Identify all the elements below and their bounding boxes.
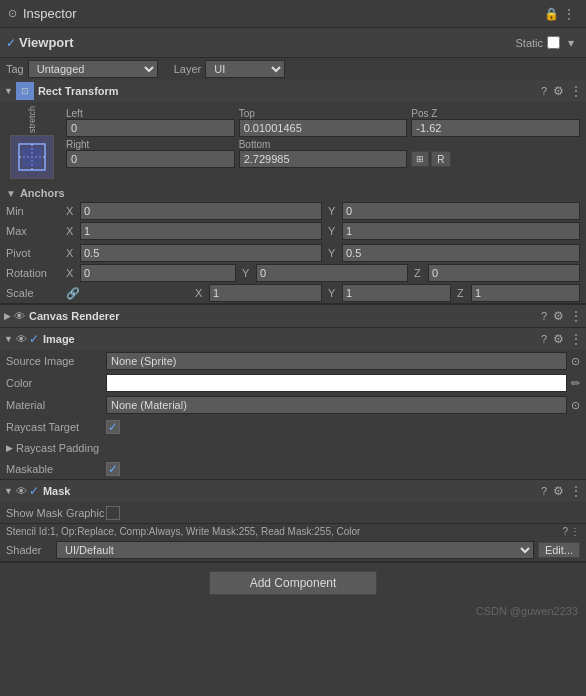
watermark-text: CSDN @guwen2233 xyxy=(476,605,578,617)
color-label: Color xyxy=(6,377,106,389)
menu-button[interactable]: ⋮ xyxy=(560,5,578,23)
color-picker[interactable] xyxy=(106,374,567,392)
pivot-y-label: Y xyxy=(328,247,342,259)
raycast-target-row: Raycast Target ✓ xyxy=(0,416,586,437)
mask-enabled-checkbox[interactable]: ✓ xyxy=(29,484,39,498)
posz-field-group: Pos Z xyxy=(411,108,580,137)
source-image-value[interactable]: None (Sprite) xyxy=(106,352,567,370)
canvas-renderer-overflow[interactable]: ⋮ xyxy=(570,309,582,323)
show-mask-graphic-row: Show Mask Graphic xyxy=(0,502,586,523)
image-chevron[interactable]: ▼ xyxy=(4,334,13,344)
pivot-row: Pivot X Y xyxy=(0,243,586,263)
anchors-header[interactable]: ▼ Anchors xyxy=(0,185,586,201)
mask-overflow[interactable]: ⋮ xyxy=(570,484,582,498)
raycast-padding-chevron[interactable]: ▶ xyxy=(6,443,13,453)
canvas-renderer-chevron[interactable]: ▶ xyxy=(4,311,11,321)
scale-label: Scale xyxy=(6,287,66,299)
maskable-check-icon: ✓ xyxy=(108,462,118,476)
canvas-renderer-help[interactable]: ? xyxy=(541,310,547,322)
material-picker-icon[interactable]: ⊙ xyxy=(571,399,580,412)
tag-label: Tag xyxy=(6,63,24,75)
image-eye-icon[interactable]: 👁 xyxy=(16,333,27,345)
top-input[interactable] xyxy=(239,119,408,137)
pivot-fields: X Y xyxy=(66,244,580,262)
stretch-preset-box[interactable] xyxy=(10,135,54,179)
rect-transform-overflow[interactable]: ⋮ xyxy=(570,84,582,98)
tag-dropdown[interactable]: Untagged xyxy=(28,60,158,78)
rotation-y-input[interactable] xyxy=(256,264,408,282)
rect-left-panel: stretch xyxy=(2,106,62,179)
mask-chevron[interactable]: ▼ xyxy=(4,486,13,496)
viewport-overflow-icon[interactable]: ▾ xyxy=(562,34,580,52)
layer-dropdown[interactable]: UI xyxy=(205,60,285,78)
bottom-input[interactable] xyxy=(239,150,408,168)
image-settings[interactable]: ⚙ xyxy=(553,332,564,346)
min-y-field: Y xyxy=(324,202,580,220)
color-dropper-icon[interactable]: ✏ xyxy=(571,377,580,390)
static-label: Static xyxy=(515,37,543,49)
shader-row: Shader UI/Default Edit... xyxy=(0,539,586,561)
posz-input[interactable] xyxy=(411,119,580,137)
pivot-x-input[interactable] xyxy=(80,244,322,262)
image-help[interactable]: ? xyxy=(541,333,547,345)
max-x-input[interactable] xyxy=(80,222,322,240)
max-label: Max xyxy=(6,225,66,237)
rect-transform-help[interactable]: ? xyxy=(541,85,547,97)
material-value[interactable]: None (Material) xyxy=(106,396,567,414)
scale-x-input[interactable] xyxy=(209,284,322,302)
show-mask-graphic-checkbox[interactable] xyxy=(106,506,120,520)
pivot-x-field: X xyxy=(66,244,322,262)
shader-label: Shader xyxy=(6,544,56,556)
anchors-label: Anchors xyxy=(20,187,65,199)
min-x-input[interactable] xyxy=(80,202,322,220)
rotation-label: Rotation xyxy=(6,267,66,279)
rotation-z-input[interactable] xyxy=(428,264,580,282)
stencil-overflow-icon[interactable]: ⋮ xyxy=(570,526,580,537)
mask-eye-icon[interactable]: 👁 xyxy=(16,485,27,497)
canvas-renderer-eye-icon[interactable]: 👁 xyxy=(14,310,25,322)
max-y-label: Y xyxy=(328,225,342,237)
scale-y-input[interactable] xyxy=(342,284,451,302)
image-enabled-checkbox[interactable]: ✓ xyxy=(29,332,39,346)
color-value-wrapper xyxy=(106,374,567,392)
image-overflow[interactable]: ⋮ xyxy=(570,332,582,346)
scale-z-input[interactable] xyxy=(471,284,580,302)
anchors-section: ▼ Anchors Min X Y Max xyxy=(0,183,586,243)
min-y-input[interactable] xyxy=(342,202,580,220)
right-input[interactable] xyxy=(66,150,235,168)
rect-transform-icon: ⊡ xyxy=(16,82,34,100)
stencil-help-icon[interactable]: ? xyxy=(562,526,568,537)
source-image-label: Source Image xyxy=(6,355,106,367)
blueprint-button[interactable]: ⊞ xyxy=(411,151,429,167)
scale-z-field: Z xyxy=(453,284,580,302)
rect-transform-title: Rect Transform xyxy=(38,85,541,97)
rect-transform-chevron[interactable]: ▼ xyxy=(4,86,13,96)
viewport-enabled-checkbox[interactable]: ✓ xyxy=(6,36,16,50)
static-checkbox[interactable] xyxy=(547,36,560,49)
raycast-target-checkbox[interactable]: ✓ xyxy=(106,420,120,434)
scale-z-label: Z xyxy=(457,287,471,299)
viewport-title: Viewport xyxy=(19,35,515,50)
mask-settings[interactable]: ⚙ xyxy=(553,484,564,498)
lock-button[interactable]: 🔒 xyxy=(542,5,560,23)
top-bar: ⊙ Inspector 🔒 ⋮ xyxy=(0,0,586,28)
min-label: Min xyxy=(6,205,66,217)
add-component-button[interactable]: Add Component xyxy=(209,571,378,595)
source-image-picker-icon[interactable]: ⊙ xyxy=(571,355,580,368)
shader-edit-button[interactable]: Edit... xyxy=(538,542,580,558)
max-y-input[interactable] xyxy=(342,222,580,240)
rect-transform-settings[interactable]: ⚙ xyxy=(553,84,564,98)
mask-help[interactable]: ? xyxy=(541,485,547,497)
shader-dropdown[interactable]: UI/Default xyxy=(56,541,534,559)
min-x-label: X xyxy=(66,205,80,217)
rotation-x-input[interactable] xyxy=(80,264,236,282)
rect-transform-header: ▼ ⊡ Rect Transform ? ⚙ ⋮ xyxy=(0,80,586,102)
maskable-checkbox[interactable]: ✓ xyxy=(106,462,120,476)
left-input[interactable] xyxy=(66,119,235,137)
canvas-renderer-settings[interactable]: ⚙ xyxy=(553,309,564,323)
stencil-row: Stencil Id:1, Op:Replace, Comp:Always, W… xyxy=(0,523,586,539)
r-button[interactable]: R xyxy=(431,151,450,167)
source-image-value-wrapper: None (Sprite) xyxy=(106,352,567,370)
max-x-field: X xyxy=(66,222,322,240)
pivot-y-input[interactable] xyxy=(342,244,580,262)
